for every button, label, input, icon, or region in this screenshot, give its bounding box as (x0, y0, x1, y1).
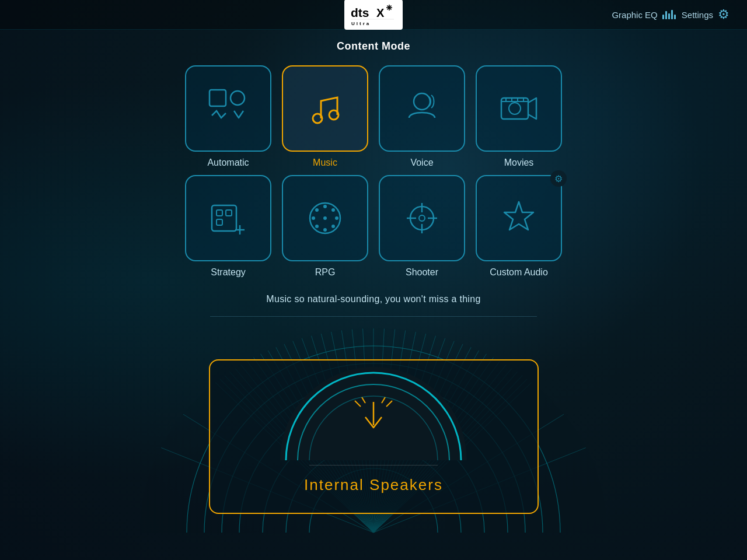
svg-point-35 (315, 225, 319, 228)
mode-item-music[interactable]: Music (282, 65, 368, 168)
voice-icon-svg (399, 85, 445, 132)
automatic-icon-svg (205, 85, 252, 132)
eq-bar-4 (671, 10, 673, 19)
svg-rect-20 (212, 205, 236, 231)
mode-item-voice[interactable]: Voice (379, 65, 465, 168)
rpg-icon-svg (302, 195, 348, 242)
svg-rect-23 (217, 219, 222, 225)
speaker-card[interactable]: Internal Speakers (209, 359, 539, 514)
mode-icon-rpg (282, 175, 368, 261)
mode-icon-automatic (185, 65, 271, 152)
svg-point-9 (231, 91, 245, 105)
mode-icon-movies (476, 65, 562, 152)
equalizer-icon (662, 10, 676, 19)
mode-label-music: Music (313, 158, 337, 168)
mode-label-movies: Movies (504, 158, 534, 168)
svg-rect-21 (217, 210, 222, 216)
speaker-separator (309, 465, 438, 466)
header: dts X Ultra Graphic EQ Settings ⚙ (0, 0, 747, 30)
mode-label-strategy: Strategy (211, 267, 246, 278)
eq-bar-2 (665, 11, 667, 19)
svg-point-37 (419, 215, 425, 221)
speaker-label: Internal Speakers (304, 476, 443, 500)
mode-item-strategy[interactable]: Strategy (185, 175, 271, 278)
svg-point-12 (414, 93, 430, 110)
mode-grid: Automatic Music (185, 65, 562, 278)
custom-audio-gear-badge: ⚙ (550, 170, 567, 187)
svg-rect-8 (210, 90, 226, 106)
music-icon-svg (305, 88, 345, 129)
speaker-arc-svg (263, 373, 484, 460)
mode-icon-shooter (379, 175, 465, 261)
eq-bar-1 (662, 15, 664, 19)
shooter-icon-svg (399, 195, 445, 242)
mode-icon-voice (379, 65, 465, 152)
movies-icon-svg (495, 85, 542, 132)
mode-item-custom-audio[interactable]: ⚙ Custom Audio (476, 175, 562, 278)
mode-label-rpg: RPG (315, 267, 336, 278)
svg-point-30 (312, 216, 315, 220)
mode-item-shooter[interactable]: Shooter (379, 175, 465, 278)
mode-label-shooter: Shooter (406, 267, 438, 278)
svg-point-33 (331, 225, 335, 228)
graphic-eq-button[interactable]: Graphic EQ (612, 10, 675, 20)
mode-icon-music (282, 65, 368, 152)
mode-item-movies[interactable]: Movies (476, 65, 562, 168)
graphic-eq-label: Graphic EQ (612, 10, 657, 20)
mode-item-rpg[interactable]: RPG (282, 175, 368, 278)
mode-label-custom-audio: Custom Audio (490, 267, 548, 278)
settings-label: Settings (682, 10, 713, 20)
svg-text:Ultra: Ultra (351, 21, 371, 26)
svg-text:X: X (376, 6, 385, 19)
svg-point-28 (323, 205, 327, 208)
mode-icon-strategy (185, 175, 271, 261)
mode-description: Music so natural-sounding, you won't mis… (266, 294, 480, 304)
mode-icon-custom-audio: ⚙ (476, 175, 562, 261)
separator-line (210, 316, 537, 317)
svg-point-34 (331, 208, 335, 212)
custom-audio-icon-svg (495, 195, 542, 242)
svg-point-14 (509, 103, 521, 114)
mode-label-automatic: Automatic (207, 158, 249, 168)
header-controls: Graphic EQ Settings ⚙ (612, 7, 729, 22)
svg-point-27 (323, 216, 327, 220)
svg-point-31 (335, 216, 338, 220)
svg-text:dts: dts (351, 6, 369, 19)
mode-label-voice: Voice (410, 158, 433, 168)
main-content: Content Mode Automatic (0, 30, 747, 317)
mode-item-automatic[interactable]: Automatic (185, 65, 271, 168)
settings-gear-icon: ⚙ (718, 7, 729, 22)
speaker-section: Internal Speakers (0, 311, 747, 533)
content-mode-title: Content Mode (337, 40, 410, 52)
eq-bar-3 (668, 13, 670, 19)
svg-point-29 (323, 228, 327, 232)
dts-logo: dts X Ultra (344, 0, 403, 30)
svg-rect-22 (226, 210, 232, 216)
settings-button[interactable]: Settings ⚙ (682, 7, 729, 22)
strategy-icon-svg (205, 195, 252, 242)
eq-bar-5 (674, 15, 676, 19)
svg-point-32 (315, 208, 319, 212)
logo-box: dts X Ultra (344, 0, 403, 30)
